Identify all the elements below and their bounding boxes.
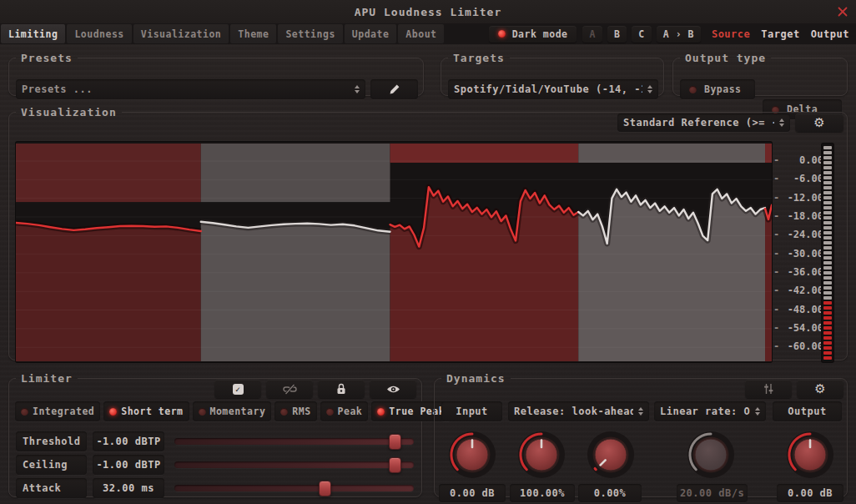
threshold-slider[interactable] [174,431,414,451]
knob-dial [783,428,837,481]
tick-dash: - [773,322,785,334]
tick-value: -60.00 [785,340,823,352]
limiter-legend: Limiter [16,372,78,385]
tab-loudness[interactable]: Loudness [67,24,131,43]
tick-value: -48.00 [785,304,823,315]
meter-segment-red [823,341,832,345]
tab-update[interactable]: Update [345,24,397,43]
dark-mode-toggle[interactable]: Dark mode [489,26,577,43]
knob-value-1[interactable]: 0.00 dB [439,484,506,502]
knob-value-2[interactable]: 100.00% [510,484,575,502]
dynamics-knob-4[interactable] [684,428,738,481]
visualization-settings-button[interactable]: ⚙ [795,113,843,132]
slider-thumb[interactable] [389,434,401,450]
mode-toggle-peak[interactable]: Peak [320,401,369,421]
knob-dial [515,428,568,481]
param-value[interactable]: -1.00 dBTP [93,455,164,475]
title-bar: APU Loudness Limiter [0,0,856,23]
reference-dropdown[interactable]: Standard Reference (>= -60) [617,113,790,132]
meter-segment [823,181,832,184]
waveform-plot[interactable] [16,142,772,362]
close-icon[interactable] [836,5,849,18]
output-toggle-bypass[interactable]: Bypass [680,79,755,99]
mode-toggle-rms[interactable]: RMS [274,401,316,421]
tick-value: -18.00 [785,210,823,222]
dynamics-knob-3[interactable] [584,428,637,481]
slider-track[interactable] [174,485,414,491]
knob-value-5[interactable]: 0.00 dB [777,484,843,502]
slider-thumb[interactable] [319,481,331,496]
eye-button[interactable] [370,380,416,398]
slider-track[interactable] [174,438,414,445]
meter-segment [823,226,832,229]
tab-about[interactable]: About [398,24,444,43]
tab-settings[interactable]: Settings [278,24,342,43]
param-value[interactable]: 32.00 ms [93,478,164,498]
meter-segment [823,206,832,209]
meter-segment [823,201,832,204]
reference-dropdown-value: Standard Reference (>= -60) [623,117,774,129]
mode-toggle-short-term[interactable]: Short term [103,401,189,421]
mode-toggle-momentary[interactable]: Momentary [193,401,272,421]
tab-visualization[interactable]: Visualization [133,24,229,43]
led-indicator [199,408,206,416]
led-indicator [326,408,334,416]
link-off-button[interactable] [266,380,313,398]
slider-thumb[interactable] [389,457,401,473]
gear-icon: ⚙ [814,383,825,396]
mode-toggle-integrated[interactable]: Integrated [15,401,100,421]
checkbox-checked-button[interactable]: ✓ [214,380,261,398]
knob-dial [584,428,637,481]
gear-button[interactable]: ⚙ [797,380,843,398]
meter-segment [823,216,832,219]
lock-icon [336,383,346,395]
tick-value: 0.00 [785,154,823,166]
targets-dropdown[interactable]: Spotify/Tidal/YouTube (-14, -1) [448,79,658,99]
window-title: APU Loudness Limiter [355,6,502,18]
preset-edit-button[interactable] [370,79,418,99]
meter-segment-red [823,301,832,305]
view-toggle-output[interactable]: Output [811,28,849,40]
meter-segment-red [823,351,832,355]
snapshot-button-A[interactable]: A [582,26,602,43]
meter-segment [823,251,832,255]
waveform-chart [16,142,772,362]
lock-button[interactable] [318,380,365,398]
param-value[interactable]: -1.00 dBTP [93,431,164,451]
visualization-header-controls: Standard Reference (>= -60) ⚙ [617,113,843,132]
pencil-icon [389,83,400,95]
tune-button[interactable] [745,380,792,398]
presets-dropdown-value: Presets ... [22,83,93,95]
param-label: Threshold [16,431,87,451]
tab-theme[interactable]: Theme [230,24,276,43]
tick-dash: - [773,340,785,352]
dynamics-group: Dynamics ⚙ InputRelease: look-ahead Line… [434,372,848,497]
meter-segment [823,276,832,280]
ceiling-slider[interactable] [174,455,414,475]
knob-value-4[interactable]: 20.00 dB/s [677,484,748,502]
snapshot-button-A›B[interactable]: A › B [657,26,701,43]
presets-dropdown[interactable]: Presets ... [16,79,365,99]
dynamics-knob-2[interactable] [515,428,568,481]
y-tick-label: --60.00 [773,340,823,352]
targets-dropdown-value: Spotify/Tidal/YouTube (-14, -1) [454,83,642,95]
knob-value-3[interactable]: 0.00% [578,484,642,502]
snapshot-button-B[interactable]: B [607,26,627,43]
attack-slider[interactable] [174,478,414,498]
y-tick-label: --30.00 [773,248,823,260]
tick-dash: - [773,304,785,315]
y-tick-label: --54.00 [773,322,823,334]
view-toggle-source[interactable]: Source [712,28,750,40]
dynamics-knob-5[interactable] [783,428,837,481]
snapshot-button-C[interactable]: C [632,26,651,43]
slider-track[interactable] [174,461,414,468]
dynamics-knob-1[interactable] [446,428,499,481]
dropdown-arrows-icon [355,85,360,93]
tick-value: -42.00 [785,285,823,296]
led-indicator [280,408,288,416]
view-toggle-target[interactable]: Target [761,28,799,40]
toggle-label: Integrated [33,406,94,417]
y-tick-label: --6.00 [773,173,823,184]
output-type-legend: Output type [680,52,771,64]
tab-limiting[interactable]: Limiting [1,24,65,43]
